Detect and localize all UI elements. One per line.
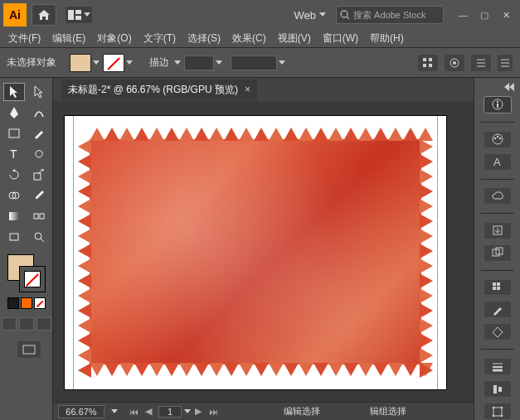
character-panel-button[interactable]: A <box>484 153 512 171</box>
arrange-documents-button[interactable] <box>65 6 93 24</box>
chevron-down-icon[interactable] <box>111 409 118 414</box>
isolate-button[interactable] <box>444 54 465 72</box>
stroke-swatch[interactable] <box>103 54 124 72</box>
artboards-icon <box>491 246 504 259</box>
asset-export-panel-button[interactable] <box>484 222 512 239</box>
eyedropper-tool[interactable] <box>28 186 50 205</box>
stroke-weight-field[interactable] <box>184 56 214 70</box>
next-artboard-button[interactable]: ▶ <box>192 406 205 418</box>
first-artboard-button[interactable]: ⏮ <box>127 406 140 418</box>
symbols-panel-button[interactable] <box>484 323 512 340</box>
document-tab-close[interactable]: × <box>245 84 250 95</box>
svg-point-10 <box>453 61 456 65</box>
swatches-panel-button[interactable] <box>484 279 512 297</box>
status-edit-selection[interactable]: 编辑选择 <box>284 405 320 418</box>
menu-view[interactable]: 视图(V) <box>275 30 314 47</box>
brush-definition-field[interactable] <box>231 56 277 70</box>
svg-rect-23 <box>34 214 38 219</box>
stroke-panel-button[interactable] <box>484 358 512 375</box>
curvature-tool[interactable] <box>28 104 50 122</box>
align-pixels-button[interactable] <box>417 54 439 72</box>
menu-select[interactable]: 选择(S) <box>184 30 224 47</box>
last-artboard-button[interactable]: ⏭ <box>207 406 220 418</box>
gradient-tool[interactable] <box>3 207 25 225</box>
chevron-down-icon[interactable] <box>279 60 285 65</box>
paintbrush-tool[interactable] <box>28 124 50 142</box>
type-tool[interactable]: T <box>3 145 25 163</box>
zoom-field[interactable]: 66.67% <box>58 405 104 418</box>
direct-selection-tool[interactable] <box>28 83 50 101</box>
color-mode-color[interactable] <box>7 297 19 309</box>
document-tab[interactable]: 未标题-2* @ 66.67% (RGB/GPU 预览) × <box>61 80 257 100</box>
workspace-label: Web <box>294 9 317 22</box>
svg-rect-24 <box>40 214 44 219</box>
artwork-zigzag-image[interactable] <box>78 128 433 376</box>
svg-line-4 <box>347 17 349 19</box>
drawing-mode-inside[interactable] <box>36 317 51 331</box>
home-button[interactable] <box>32 4 56 26</box>
drawing-mode-behind[interactable] <box>19 317 34 331</box>
chevron-down-icon[interactable] <box>184 409 191 414</box>
menu-edit[interactable]: 编辑(E) <box>49 30 89 47</box>
preferences-button[interactable] <box>470 54 492 72</box>
drawing-mode-normal[interactable] <box>2 317 17 331</box>
align-panel-button[interactable] <box>484 380 512 398</box>
screen-mode-button[interactable] <box>17 340 41 359</box>
svg-text:T: T <box>10 148 17 160</box>
shape-builder-tool[interactable] <box>3 186 25 205</box>
svg-rect-2 <box>75 16 81 20</box>
artboard-tool[interactable] <box>3 228 25 246</box>
svg-rect-47 <box>493 385 497 393</box>
color-mode-none[interactable] <box>34 297 46 309</box>
sliders-icon <box>475 57 487 69</box>
pen-tool[interactable] <box>3 104 25 122</box>
svg-rect-22 <box>9 212 19 220</box>
search-placeholder: 搜索 Adobe Stock <box>353 9 425 22</box>
properties-panel-button[interactable] <box>484 96 512 113</box>
menu-window[interactable]: 窗口(W) <box>319 30 362 47</box>
panel-menu-button[interactable] <box>497 54 513 72</box>
status-group-selection[interactable]: 辑组选择 <box>370 405 406 418</box>
expand-panels-icon[interactable] <box>504 83 514 91</box>
selection-tool[interactable] <box>3 83 25 101</box>
guide-left[interactable] <box>73 116 74 389</box>
color-panel-button[interactable] <box>484 131 512 148</box>
document-tab-title: 未标题-2* @ 66.67% (RGB/GPU 预览) <box>68 83 238 97</box>
zoom-tool[interactable] <box>28 228 50 246</box>
stock-search-input[interactable]: 搜索 Adobe Stock <box>336 6 444 24</box>
color-mode-gradient[interactable] <box>21 297 32 309</box>
svg-point-3 <box>341 11 347 17</box>
rectangle-tool[interactable] <box>3 124 25 142</box>
canvas[interactable] <box>53 101 474 402</box>
chevron-down-icon <box>84 12 90 17</box>
menu-type[interactable]: 文字(T) <box>140 30 179 47</box>
scale-tool[interactable] <box>28 166 50 184</box>
menu-file[interactable]: 文件(F) <box>5 30 44 47</box>
chevron-down-icon[interactable] <box>174 60 181 65</box>
workspace-switcher[interactable]: Web <box>294 9 327 22</box>
chevron-down-icon[interactable] <box>216 60 222 65</box>
brushes-panel-button[interactable] <box>484 301 512 318</box>
minimize-button[interactable]: — <box>452 7 474 23</box>
transform-panel-button[interactable] <box>484 403 512 420</box>
lasso-tool[interactable] <box>28 145 50 163</box>
menu-object[interactable]: 对象(O) <box>94 30 134 47</box>
chevron-down-icon[interactable] <box>93 60 100 65</box>
prev-artboard-button[interactable]: ◀ <box>142 406 155 418</box>
fill-swatch[interactable] <box>70 54 91 72</box>
stroke-color[interactable] <box>19 266 46 292</box>
libraries-panel-button[interactable] <box>484 187 512 205</box>
artboard-number-field[interactable]: 1 <box>158 406 182 418</box>
maximize-button[interactable]: ▢ <box>474 7 495 23</box>
chevron-down-icon[interactable] <box>126 60 133 65</box>
artboards-panel-button[interactable] <box>484 244 512 262</box>
guide-right[interactable] <box>437 116 438 389</box>
rotate-tool[interactable] <box>3 166 25 184</box>
menu-effect[interactable]: 效果(C) <box>229 30 270 47</box>
fill-stroke-well[interactable] <box>7 254 46 292</box>
brush-icon <box>491 303 504 316</box>
svg-rect-31 <box>497 101 498 103</box>
menu-help[interactable]: 帮助(H) <box>367 30 407 47</box>
blend-tool[interactable] <box>28 207 50 225</box>
close-button[interactable]: ✕ <box>495 7 517 23</box>
